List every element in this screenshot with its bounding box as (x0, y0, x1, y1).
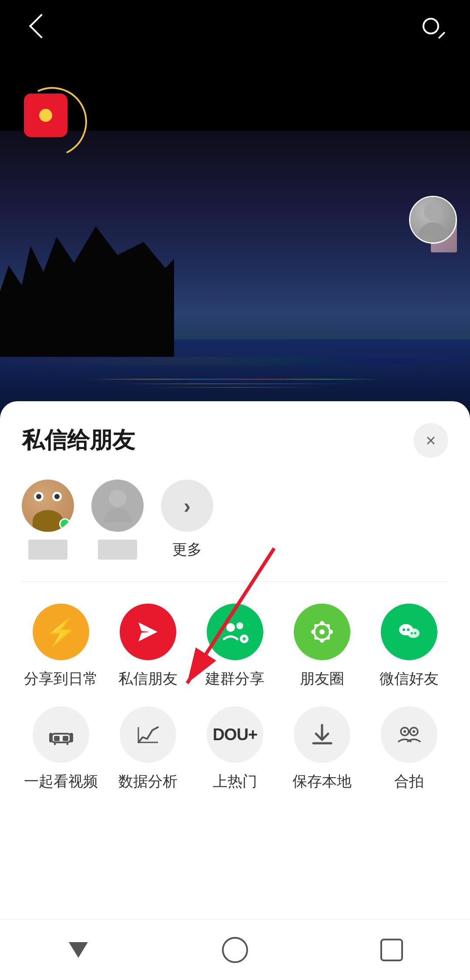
trending-icon-bg: DOU+ (207, 706, 263, 763)
svg-point-15 (326, 636, 330, 640)
daily-icon-bg: ⚡ (33, 604, 89, 660)
svg-point-2 (236, 622, 243, 629)
author-avatar[interactable] (409, 196, 457, 244)
wechat-label: 微信好友 (379, 669, 439, 689)
close-button[interactable]: × (413, 423, 448, 458)
send-icon (135, 619, 161, 645)
sheet-header: 私信给朋友 × (22, 423, 448, 458)
save-label: 保存本地 (292, 772, 352, 792)
chart-icon (134, 721, 162, 749)
moments-icon-bg (294, 604, 350, 660)
action-moments[interactable]: 朋友圈 (283, 604, 361, 689)
action-wechat[interactable]: 微信好友 (370, 604, 448, 689)
svg-point-14 (314, 636, 318, 640)
collab-icon (395, 721, 423, 749)
actions-grid: ⚡ 分享到日常 私信朋友 (22, 604, 448, 792)
daily-label: 分享到日常 (24, 669, 98, 689)
search-icon (423, 18, 439, 34)
action-group[interactable]: 建群分享 (196, 604, 274, 689)
svg-rect-26 (70, 733, 73, 742)
svg-point-19 (407, 628, 410, 631)
svg-point-34 (403, 730, 406, 733)
group-label: 建群分享 (205, 669, 265, 689)
svg-point-1 (226, 623, 235, 632)
back-icon (29, 14, 54, 39)
svg-rect-25 (49, 733, 53, 742)
wechat-icon (395, 618, 423, 646)
svg-marker-0 (138, 622, 158, 641)
collab-label: 合拍 (394, 772, 424, 792)
svg-rect-24 (63, 736, 68, 741)
action-collab[interactable]: 合拍 (370, 706, 448, 792)
video-area (0, 0, 470, 435)
friend-name-1: 荒 (28, 540, 68, 560)
svg-point-8 (320, 621, 324, 625)
svg-point-9 (320, 638, 324, 643)
download-icon (308, 721, 336, 749)
gift-dot (39, 109, 52, 122)
svg-point-11 (329, 630, 333, 634)
friend-item-1[interactable]: 荒 (22, 480, 74, 560)
nav-recent-icon (380, 939, 403, 961)
sheet-title: 私信给朋友 (22, 425, 135, 456)
analytics-icon-bg (120, 706, 176, 763)
wechat-icon-bg (381, 604, 437, 660)
friend-item-more[interactable]: › 更多 (161, 480, 213, 560)
friends-row: 荒 短 › 更多 (22, 480, 448, 582)
watch-icon-bg (33, 706, 89, 763)
svg-point-10 (311, 630, 316, 634)
douyin-trending-icon: DOU+ (213, 725, 258, 744)
svg-point-20 (410, 632, 413, 634)
gift-icon-container[interactable] (17, 87, 87, 157)
friend-avatar-2 (91, 480, 144, 532)
nav-recent-button[interactable] (370, 933, 413, 967)
nav-back-icon (69, 942, 88, 958)
search-button[interactable] (413, 9, 448, 44)
frog-eyes (34, 492, 62, 501)
camera-icon (308, 618, 336, 646)
action-save[interactable]: 保存本地 (283, 706, 361, 792)
svg-point-13 (326, 624, 330, 628)
frog-eye-left (34, 492, 44, 501)
watch-label: 一起看视频 (24, 772, 98, 792)
friend-item-2[interactable]: 短 (91, 480, 144, 560)
svg-point-36 (413, 730, 415, 733)
more-arrow-icon: › (184, 494, 191, 518)
svg-rect-23 (54, 736, 60, 741)
action-analytics[interactable]: 数据分析 (109, 706, 187, 792)
trending-label: 上热门 (213, 772, 257, 792)
sofa-icon (47, 721, 75, 749)
close-icon: × (426, 432, 436, 449)
save-icon-bg (294, 706, 350, 763)
group-icon-bg (207, 604, 263, 660)
action-trending[interactable]: DOU+ 上热门 (196, 706, 274, 792)
nav-home-icon (222, 937, 248, 963)
right-panel (409, 196, 457, 244)
top-navigation (0, 0, 470, 52)
svg-point-18 (403, 628, 405, 631)
video-scene (0, 131, 470, 435)
svg-point-12 (314, 624, 318, 628)
action-watch[interactable]: 一起看视频 (22, 706, 100, 792)
share-bottom-sheet: 私信给朋友 × 荒 (0, 401, 470, 980)
friend-name-2: 短 (98, 540, 138, 560)
analytics-label: 数据分析 (118, 772, 178, 792)
frog-eye-right (52, 492, 62, 501)
svg-point-21 (414, 632, 416, 634)
friend-more-label: 更多 (172, 540, 202, 560)
moments-label: 朋友圈 (300, 669, 344, 689)
action-dm[interactable]: 私信朋友 (109, 604, 187, 689)
action-daily[interactable]: ⚡ 分享到日常 (22, 604, 100, 689)
svg-point-7 (319, 629, 325, 634)
dm-icon-bg (120, 604, 176, 660)
back-button[interactable] (22, 9, 57, 44)
friend-avatar-more: › (161, 480, 213, 532)
navigation-bar (0, 919, 470, 980)
nav-home-button[interactable] (213, 933, 257, 967)
collab-icon-bg (381, 706, 437, 763)
friend-avatar-1 (22, 480, 74, 532)
nav-back-button[interactable] (57, 933, 100, 967)
gift-icon (24, 94, 67, 137)
group-icon (221, 618, 249, 646)
online-indicator (59, 518, 70, 530)
